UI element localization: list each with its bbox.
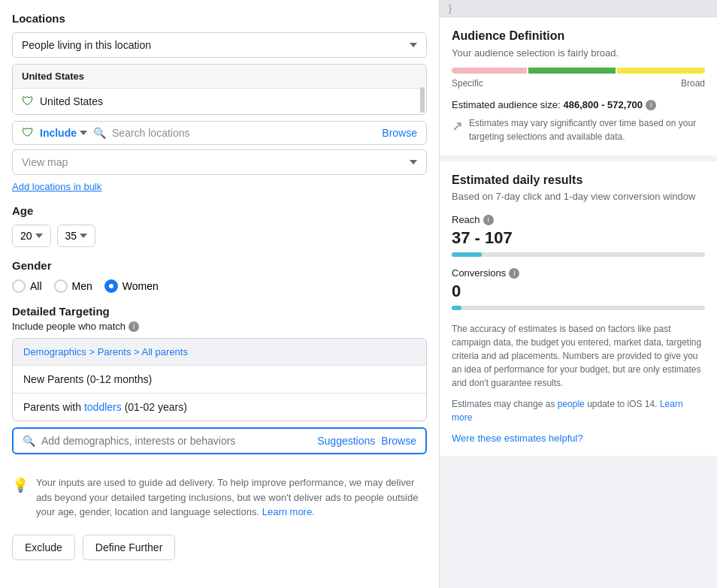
location-type-dropdown[interactable]: People living in this location (12, 32, 427, 58)
age-row: 20 35 (12, 225, 427, 247)
age-title: Age (12, 204, 427, 217)
browse-targeting-link[interactable]: Browse (381, 435, 416, 447)
reach-label-row: Reach i (452, 214, 705, 225)
reach-label: Reach (452, 214, 480, 225)
conversions-label-row: Conversions i (452, 267, 705, 279)
define-further-button[interactable]: Define Further (83, 535, 175, 560)
bulb-icon: 💡 (12, 475, 29, 520)
gender-men-label: Men (72, 280, 92, 292)
shield-icon: 🛡 (22, 95, 34, 108)
right-top-bar: } (440, 0, 717, 17)
search-targeting-bar[interactable]: 🔍 Suggestions Browse (12, 427, 427, 454)
audience-definition-card: Audience Definition Your audience select… (440, 17, 717, 161)
trend-icon: ↗ (452, 116, 463, 137)
meter-labels: Specific Broad (452, 78, 705, 89)
gender-row: All Men Women (12, 279, 427, 293)
audience-size-label: Estimated audience size: (452, 99, 561, 110)
reach-bar (452, 252, 705, 257)
include-bar: 🛡 Include 🔍 Search locations Browse (12, 121, 427, 145)
location-type-label: People living in this location (22, 39, 151, 51)
chevron-down-icon (410, 43, 417, 47)
age-from-value: 20 (20, 230, 32, 242)
conversions-info-icon[interactable]: i (509, 268, 519, 279)
suggestions-link[interactable]: Suggestions (317, 435, 375, 447)
detailed-targeting-title: Detailed Targeting (12, 305, 427, 318)
specific-label: Specific (452, 78, 483, 89)
radio-men[interactable] (54, 279, 68, 293)
accuracy-note-text: The accuracy of estimates is based on fa… (452, 324, 701, 388)
audience-def-subtitle: Your audience selection is fairly broad. (452, 47, 705, 59)
add-bulk-text: Add locations (12, 181, 74, 192)
location-region-label: United States (13, 65, 426, 89)
search-locations-placeholder: Search locations (112, 127, 376, 139)
reach-value: 37 - 107 (452, 228, 705, 248)
locations-title: Locations (12, 12, 427, 25)
scrollbar[interactable] (420, 87, 425, 113)
audience-size-info-icon[interactable]: i (646, 100, 656, 110)
gender-title: Gender (12, 259, 427, 272)
ios-note-row: Estimates may change as people update to… (452, 397, 705, 424)
gender-section: Gender All Men Women (12, 259, 427, 293)
daily-results-title: Estimated daily results (452, 173, 705, 187)
suggestions-browse: Suggestions Browse (317, 435, 416, 447)
targeting-breadcrumb: Demographics > Parents > All parents (13, 339, 426, 366)
audience-def-title: Audience Definition (452, 29, 705, 43)
browse-locations-link[interactable]: Browse (382, 127, 417, 139)
gender-option-men[interactable]: Men (54, 279, 92, 293)
view-map-label: View map (22, 156, 68, 168)
add-bulk-link[interactable]: Add locations in bulk (12, 181, 427, 192)
targeting-item-1-label: New Parents (0-12 months) (23, 373, 152, 385)
accuracy-note: The accuracy of estimates is based on fa… (452, 322, 705, 390)
helpful-link[interactable]: Were these estimates helpful? (452, 433, 583, 444)
include-chevron-icon (80, 131, 87, 135)
age-to-dropdown[interactable]: 35 (57, 225, 96, 247)
age-to-value: 35 (65, 230, 77, 242)
view-map-bar[interactable]: View map (12, 149, 427, 175)
age-from-dropdown[interactable]: 20 (12, 225, 51, 247)
info-notice-text: Your inputs are used to guide ad deliver… (36, 475, 427, 520)
gender-option-all[interactable]: All (12, 279, 42, 293)
exclude-button[interactable]: Exclude (12, 535, 75, 560)
daily-results-card: Estimated daily results Based on 7-day c… (440, 161, 717, 456)
learn-more-inline-link[interactable]: Learn more. (262, 506, 315, 517)
reach-info-icon[interactable]: i (483, 215, 494, 225)
audience-size-value: 486,800 - 572,700 (564, 99, 643, 110)
right-panel: } Audience Definition Your audience sele… (440, 0, 717, 588)
conversions-bar (452, 306, 705, 310)
detailed-targeting-section: Detailed Targeting Include people who ma… (12, 305, 427, 454)
conversions-bar-fill (452, 306, 461, 310)
location-item-label: United States (40, 95, 103, 107)
include-shield-icon: 🛡 (22, 126, 34, 140)
broad-label: Broad (681, 78, 705, 89)
people-link[interactable]: people (558, 399, 585, 409)
targeting-box: Demographics > Parents > All parents New… (12, 338, 427, 421)
search-targeting-input[interactable] (41, 435, 311, 447)
ios-note-text: Estimates may change as (452, 399, 555, 409)
gender-option-women[interactable]: Women (104, 279, 159, 293)
estimates-note: ↗ Estimates may vary significantly over … (452, 116, 705, 143)
search-icon: 🔍 (93, 127, 106, 139)
bottom-buttons: Exclude Define Further (12, 529, 427, 560)
targeting-item-2-label: Parents with toddlers (01-02 years) (23, 401, 187, 413)
include-match-info-icon[interactable]: i (129, 321, 139, 332)
audience-meter-bar (452, 68, 705, 74)
view-map-chevron-icon (410, 160, 417, 164)
meter-seg-3 (617, 68, 705, 74)
radio-all[interactable] (12, 279, 26, 293)
location-item: 🛡 United States (13, 89, 426, 114)
conversions-value: 0 (452, 282, 705, 301)
include-dropdown[interactable]: Include (40, 127, 87, 139)
toddler-highlight: toddlers (84, 401, 122, 413)
age-from-chevron-icon (35, 234, 43, 238)
info-notice: 💡 Your inputs are used to guide ad deliv… (12, 466, 427, 529)
age-section: Age 20 35 (12, 204, 427, 247)
meter-seg-2 (528, 68, 616, 74)
gender-all-label: All (30, 280, 42, 292)
include-label: Include (40, 127, 77, 139)
update-ios-label: update to iOS 14. (587, 399, 657, 409)
include-match-label: Include people who match i (12, 321, 427, 332)
estimates-note-text: Estimates may vary significantly over ti… (469, 116, 705, 143)
radio-women[interactable] (104, 279, 118, 293)
reach-bar-fill (452, 252, 482, 257)
add-bulk-underline: in bulk (74, 181, 102, 192)
